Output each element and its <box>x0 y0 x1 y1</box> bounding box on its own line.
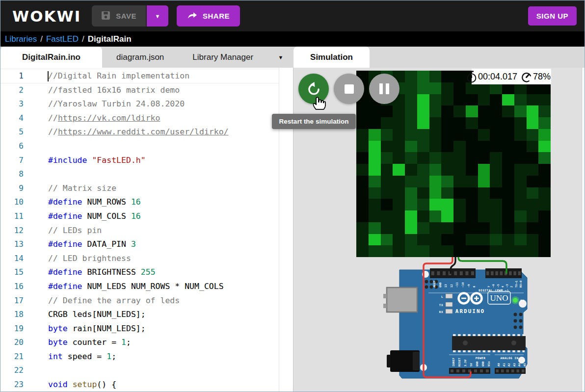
line-number: 9 <box>0 182 30 196</box>
code-line[interactable]: 8 <box>0 167 293 182</box>
line-number: 19 <box>0 322 30 336</box>
led-cell <box>356 210 369 222</box>
led-cell <box>466 105 478 117</box>
share-button[interactable]: SHARE <box>177 5 240 26</box>
led-cell <box>502 105 514 117</box>
file-menu-caret[interactable]: ▼ <box>273 47 288 68</box>
mounting-hole <box>420 364 427 371</box>
line-content: // Matrix size <box>30 182 116 196</box>
led-cell <box>502 176 514 187</box>
power-header[interactable] <box>449 368 490 374</box>
code-line[interactable]: 17// Define the array of leds <box>0 294 293 308</box>
tab-library-manager[interactable]: Library Manager <box>178 47 267 68</box>
led-cell <box>490 176 502 187</box>
led-cell <box>429 187 442 199</box>
led-cell <box>502 152 514 164</box>
pause-simulation-button[interactable] <box>369 74 399 104</box>
line-content: //Digital Rain implementation <box>30 69 189 83</box>
line-number: 1 <box>0 69 30 83</box>
digital-header-left[interactable] <box>430 268 476 278</box>
save-dropdown-button[interactable]: ▼ <box>146 5 168 26</box>
code-line[interactable]: 15#define BRIGHTNESS 255 <box>0 265 293 280</box>
led-cell <box>405 176 417 187</box>
led-cell <box>538 94 551 106</box>
code-line[interactable]: 12// LEDs pin <box>0 224 293 238</box>
led-cell <box>429 105 442 117</box>
led-cell <box>538 164 551 176</box>
pin-label: 5V <box>470 363 473 366</box>
line-number: 23 <box>0 378 30 392</box>
digital-header-right[interactable] <box>485 268 522 278</box>
line-number: 2 <box>0 83 30 98</box>
code-line[interactable]: 10#define NUM_ROWS 16 <box>0 195 293 209</box>
breadcrumb-link-libraries[interactable]: Libraries <box>5 34 37 44</box>
led-cell <box>502 210 514 222</box>
code-line[interactable]: 20byte counter = 1; <box>0 336 293 350</box>
analog-label: ANALOG IN <box>500 356 518 360</box>
pin-label: A5 <box>523 363 526 366</box>
led-cell <box>381 199 393 210</box>
tab-simulation[interactable]: Simulation <box>293 47 370 68</box>
led-cell <box>356 105 369 117</box>
led-cell <box>490 129 502 141</box>
led-cell <box>466 129 478 141</box>
led-l <box>446 294 452 298</box>
code-line[interactable]: 19byte rain[NUM_LEDS]; <box>0 322 293 336</box>
code-line[interactable]: 22 <box>0 364 293 378</box>
line-content <box>30 139 48 154</box>
led-cell <box>393 222 405 234</box>
code-line[interactable]: 13#define DATA_PIN 3 <box>0 237 293 252</box>
line-number: 5 <box>0 125 30 139</box>
code-line[interactable]: 21int speed = 1; <box>0 350 293 364</box>
tab-diagram-json[interactable]: diagram.json <box>102 47 178 68</box>
stop-simulation-button[interactable] <box>334 74 364 104</box>
line-content: //fastled 16x16 matrix demo <box>30 83 180 98</box>
led-cell <box>453 222 466 234</box>
wire-green-data[interactable] <box>458 257 506 274</box>
code-line[interactable]: 2//fastled 16x16 matrix demo <box>0 83 293 98</box>
code-line[interactable]: 14// LED brightness <box>0 252 293 266</box>
line-number: 22 <box>0 364 30 378</box>
pin-label: RESET <box>458 358 461 366</box>
wire-red-5v[interactable] <box>424 257 471 377</box>
led-cell <box>453 129 466 141</box>
pin-label: 3.3V <box>464 359 467 366</box>
led-cell <box>453 210 466 222</box>
led-cell <box>405 117 417 129</box>
code-line[interactable]: 5//https://www.reddit.com/user/ldirko/ <box>0 125 293 139</box>
led-cell <box>490 199 502 210</box>
simulation-scrollbar[interactable] <box>582 68 585 392</box>
led-cell <box>527 210 539 222</box>
led-cell <box>369 245 381 257</box>
signup-button[interactable]: SIGN UP <box>528 6 577 26</box>
led-cell <box>405 105 417 117</box>
code-editor[interactable]: 1//Digital Rain implementation2//fastled… <box>0 68 293 392</box>
analog-header[interactable] <box>495 368 526 374</box>
led-cell <box>453 152 466 164</box>
led-cell <box>369 164 381 176</box>
led-cell <box>381 129 393 141</box>
code-line[interactable]: 4//https://vk.com/ldirko <box>0 111 293 126</box>
led-cell <box>417 105 429 117</box>
code-line[interactable]: 1//Digital Rain implementation <box>0 69 279 83</box>
tab-digitalrain-ino[interactable]: DigitalRain.ino <box>0 47 102 68</box>
code-line[interactable]: 3//Yaroslaw Turbin 24.08.2020 <box>0 97 293 111</box>
code-line[interactable]: 16#define NUM_LEDS NUM_ROWS * NUM_COLS <box>0 280 293 294</box>
save-button[interactable]: SAVE <box>92 5 146 26</box>
code-line[interactable]: 18CRGB leds[NUM_LEDS]; <box>0 308 293 322</box>
led-cell <box>478 117 490 129</box>
led-cell <box>490 105 502 117</box>
code-line[interactable]: 6 <box>0 139 293 154</box>
led-cell <box>514 152 527 164</box>
code-line[interactable]: 11#define NUM_COLS 16 <box>0 209 293 224</box>
code-line[interactable]: 9// Matrix size <box>0 182 293 196</box>
led-cell <box>417 94 429 106</box>
led-cell <box>356 222 369 234</box>
code-line[interactable]: 23void setup() { <box>0 378 293 392</box>
breadcrumb-link-fastled[interactable]: FastLED <box>46 34 79 44</box>
code-line[interactable]: 7#include "FastLED.h" <box>0 154 293 168</box>
pin-label: 13 <box>444 284 447 287</box>
led-cell <box>527 187 539 199</box>
wire-black-gnd[interactable] <box>451 257 455 274</box>
led-cell <box>356 141 369 153</box>
